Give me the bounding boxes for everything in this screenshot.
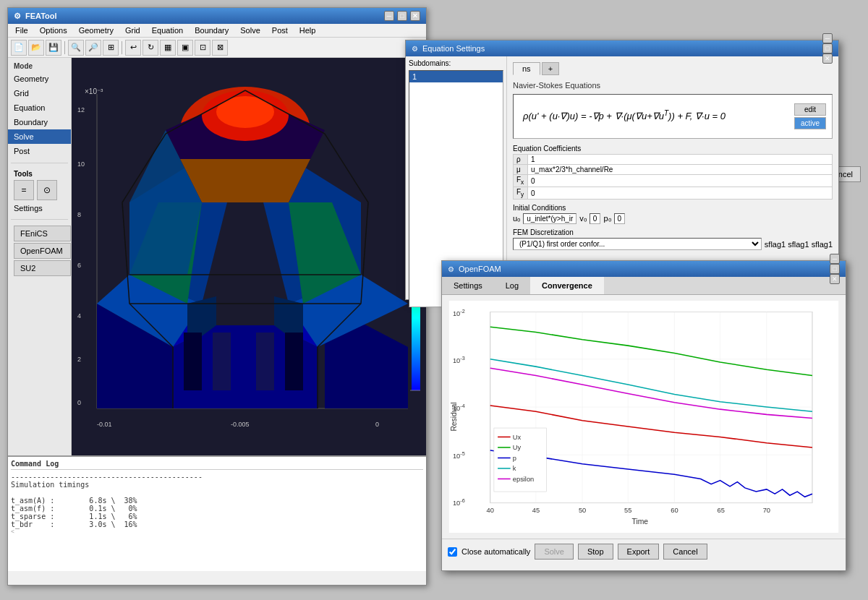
sidebar-item-equation[interactable]: Equation	[8, 100, 71, 115]
coeff-row-rho: ρ 1	[514, 155, 833, 165]
fem-title: FEM Discretization	[513, 228, 833, 236]
export-button[interactable]: Export	[618, 544, 660, 560]
main-content-area: Mode Geometry Grid Equation Boundary Sol…	[8, 58, 426, 455]
svg-text:45: 45	[532, 507, 540, 514]
open-btn[interactable]: 📂	[28, 40, 44, 56]
sidebar-item-post[interactable]: Post	[8, 144, 71, 158]
solve-button[interactable]: Solve	[535, 544, 574, 560]
of-maximize-btn[interactable]: □	[830, 264, 840, 274]
of-tabs: Settings Log Convergence	[442, 277, 846, 295]
view3-btn[interactable]: ⊡	[195, 40, 210, 56]
view1-btn[interactable]: ▦	[160, 40, 176, 56]
menu-options[interactable]: Options	[35, 25, 72, 35]
fem-select[interactable]: (P1/Q1) first order confor...	[513, 238, 762, 250]
save-btn[interactable]: 💾	[46, 40, 61, 56]
svg-text:-0.01: -0.01	[97, 421, 112, 428]
minimize-btn[interactable]: ─	[384, 11, 394, 21]
scrollbar-indicator[interactable]: <	[11, 528, 423, 535]
coeff-val-fy[interactable]: 0	[528, 187, 833, 200]
maximize-btn[interactable]: □	[397, 11, 407, 21]
svg-rect-39	[256, 333, 274, 390]
toolbar-sep1	[64, 41, 65, 54]
close-btn[interactable]: ✕	[410, 11, 420, 21]
coeff-val-rho[interactable]: 1	[528, 155, 833, 165]
zoom-fit-btn[interactable]: ⊞	[103, 40, 119, 56]
svg-text:p: p	[513, 455, 516, 462]
ic-v0-label: v₀	[579, 214, 587, 223]
view4-btn[interactable]: ⊠	[212, 40, 228, 56]
svg-text:40: 40	[487, 507, 494, 514]
svg-text:4: 4	[77, 312, 81, 320]
svg-text:55: 55	[624, 507, 631, 514]
svg-rect-40	[285, 333, 303, 390]
eq-dialog-icon: ⚙	[412, 45, 418, 53]
solver-su2-btn[interactable]: SU2	[14, 260, 71, 276]
eq-maximize-btn[interactable]: □	[822, 43, 833, 53]
menu-geometry[interactable]: Geometry	[75, 25, 118, 35]
ic-p0-label: p₀	[603, 214, 610, 223]
menu-grid[interactable]: Grid	[121, 25, 145, 35]
ic-title: Initial Conditions	[513, 204, 833, 212]
zoom-out-btn[interactable]: 🔎	[85, 40, 101, 56]
sidebar: Mode Geometry Grid Equation Boundary Sol…	[8, 58, 72, 455]
svg-text:6: 6	[77, 262, 81, 269]
edit-button[interactable]: edit	[794, 103, 826, 116]
new-btn[interactable]: 📄	[11, 40, 27, 56]
ic-v0-field[interactable]: 0	[590, 213, 601, 224]
menu-file[interactable]: File	[11, 25, 33, 35]
tools-btn-mesh[interactable]: ⊙	[37, 180, 57, 200]
of-tab-settings[interactable]: Settings	[442, 277, 494, 294]
coeff-val-mu[interactable]: u_max*2/3*h_channel/Re	[528, 165, 833, 175]
of-close-btn[interactable]: ✕	[830, 274, 840, 284]
undo-btn[interactable]: ↩	[125, 40, 141, 56]
eq-name: Navier-Stokes Equations	[513, 81, 833, 90]
eq-tab-ns[interactable]: ns	[513, 62, 540, 75]
eq-side-buttons: edit active	[794, 103, 826, 129]
sidebar-item-geometry[interactable]: Geometry	[8, 72, 71, 86]
view2-btn[interactable]: ▣	[177, 40, 193, 56]
sidebar-divider1	[11, 163, 68, 163]
sidebar-item-solve[interactable]: Solve	[8, 129, 71, 144]
rotate-btn[interactable]: ↻	[142, 40, 158, 56]
solver-fenics-btn[interactable]: FEniCS	[14, 226, 71, 241]
cancel-button[interactable]: Cancel	[663, 544, 707, 560]
toolbar-sep2	[122, 41, 122, 54]
of-tab-log[interactable]: Log	[494, 277, 530, 294]
svg-text:65: 65	[717, 507, 724, 514]
plot-area[interactable]: ×10⁻³ 12 10 8 6 4 2 0 -0.01 -0.005 0	[72, 58, 426, 455]
svg-text:2: 2	[77, 356, 81, 363]
settings-btn[interactable]: Settings	[14, 202, 65, 215]
close-auto-checkbox[interactable]	[448, 547, 457, 557]
of-minimize-btn[interactable]: ─	[830, 254, 840, 264]
svg-text:-0.005: -0.005	[231, 421, 250, 428]
of-convergence-content: 10-2 10-3 10-4 10-5 10-6 40 45 50 55 60 …	[442, 295, 846, 539]
toolbar: 📄 📂 💾 🔍 🔎 ⊞ ↩ ↻ ▦ ▣ ⊡ ⊠	[8, 38, 426, 58]
mode-label: Mode	[8, 61, 71, 72]
of-tab-convergence[interactable]: Convergence	[530, 277, 604, 294]
sidebar-item-grid[interactable]: Grid	[8, 86, 71, 100]
eq-tab-plus[interactable]: +	[542, 62, 559, 75]
svg-text:Residual: Residual	[450, 402, 458, 431]
menu-solve[interactable]: Solve	[236, 25, 265, 35]
sidebar-divider2	[11, 219, 68, 220]
sidebar-item-boundary[interactable]: Boundary	[8, 115, 71, 129]
eq-dialog-title-text: Equation Settings	[422, 44, 485, 53]
svg-rect-38	[213, 333, 231, 390]
menu-equation[interactable]: Equation	[148, 25, 187, 35]
eq-minimize-btn[interactable]: ─	[822, 33, 833, 43]
menu-boundary[interactable]: Boundary	[190, 25, 233, 35]
zoom-in-btn[interactable]: 🔍	[68, 40, 84, 56]
svg-text:ρ(u' + (u·∇)u) = -∇p + ∇·(μ(∇u: ρ(u' + (u·∇)u) = -∇p + ∇·(μ(∇u+∇uT)) + F…	[522, 109, 726, 121]
stop-button[interactable]: Stop	[578, 544, 613, 560]
subdomain-item-1[interactable]: 1	[409, 71, 503, 82]
fem-section: FEM Discretization (P1/Q1) first order c…	[513, 228, 833, 250]
window-controls: ─ □ ✕	[384, 11, 420, 21]
menu-post[interactable]: Post	[268, 25, 292, 35]
ic-u0-field[interactable]: u_inlet*(y>h_ir	[523, 213, 576, 224]
ic-p0-field[interactable]: 0	[614, 213, 626, 224]
tools-btn-eq[interactable]: =	[14, 180, 34, 200]
coeff-val-fx[interactable]: 0	[528, 175, 833, 187]
menu-help[interactable]: Help	[295, 25, 320, 35]
solver-openfoam-btn[interactable]: OpenFOAM	[14, 243, 71, 259]
active-button[interactable]: active	[794, 117, 826, 129]
